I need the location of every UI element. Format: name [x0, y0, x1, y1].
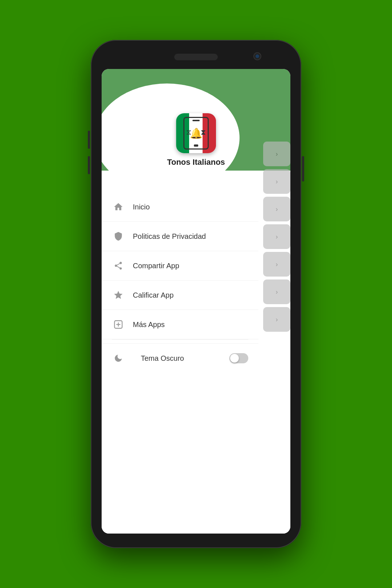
star-icon [112, 289, 125, 302]
menu-label-more-apps: Más Apps [133, 320, 248, 329]
wave-right-icon: ⧗ [201, 128, 206, 136]
toggle-switch[interactable] [229, 353, 248, 363]
menu-item-rate[interactable]: Calificar App [102, 281, 258, 310]
phone-camera [253, 52, 261, 60]
menu-item-share[interactable]: Compartir App [102, 251, 258, 281]
app-title: Tonos Italianos [167, 158, 225, 167]
shield-icon [112, 230, 125, 243]
home-icon [112, 200, 125, 213]
side-card-1[interactable]: › [263, 142, 290, 166]
menu-label-rate: Calificar App [133, 291, 248, 299]
chevron-right-icon: › [276, 150, 278, 158]
app-icon-container: ⧖ 🔔 ⧗ Tonos Italianos [167, 113, 225, 167]
moon-icon [112, 352, 125, 365]
menu-item-privacy[interactable]: Politicas de Privacidad [102, 222, 258, 251]
side-card-3[interactable]: › [263, 197, 290, 221]
phone-btn-right [302, 156, 304, 181]
menu-item-more-apps[interactable]: Más Apps [102, 310, 258, 339]
phone-screen: ⧖ 🔔 ⧗ Tonos Italianos › › [102, 69, 290, 534]
plus-icon [112, 318, 125, 331]
chevron-right-icon: › [276, 205, 278, 213]
share-icon [112, 259, 125, 272]
app-icon: ⧖ 🔔 ⧗ [176, 113, 216, 153]
chevron-right-icon: › [276, 316, 278, 323]
theme-section: Tema Oscuro [102, 343, 258, 373]
side-items: › › › › › › › [258, 69, 290, 534]
side-card-5[interactable]: › [263, 252, 290, 277]
phone-outer: ⧖ 🔔 ⧗ Tonos Italianos › › [91, 40, 301, 548]
phone-speaker [174, 54, 218, 60]
menu-label-share: Compartir App [133, 262, 248, 270]
chevron-right-icon: › [276, 178, 278, 185]
side-card-4[interactable]: › [263, 224, 290, 249]
chevron-right-icon: › [276, 288, 278, 296]
phone-btn-vol1 [88, 131, 90, 149]
wave-left-icon: ⧖ [186, 128, 191, 136]
chevron-right-icon: › [276, 233, 278, 241]
side-card-2[interactable]: › [263, 169, 290, 194]
menu-item-inicio[interactable]: Inicio [102, 192, 258, 222]
chevron-right-icon: › [276, 261, 278, 268]
phone-btn-vol2 [88, 156, 90, 174]
menu-label-inicio: Inicio [133, 203, 248, 211]
side-card-7[interactable]: › [263, 307, 290, 332]
theme-label: Tema Oscuro [141, 354, 229, 363]
side-card-6[interactable]: › [263, 279, 290, 304]
toggle-knob [230, 354, 239, 363]
screen-inner: ⧖ 🔔 ⧗ Tonos Italianos › › [102, 69, 290, 534]
menu-label-privacy: Politicas de Privacidad [133, 232, 248, 241]
